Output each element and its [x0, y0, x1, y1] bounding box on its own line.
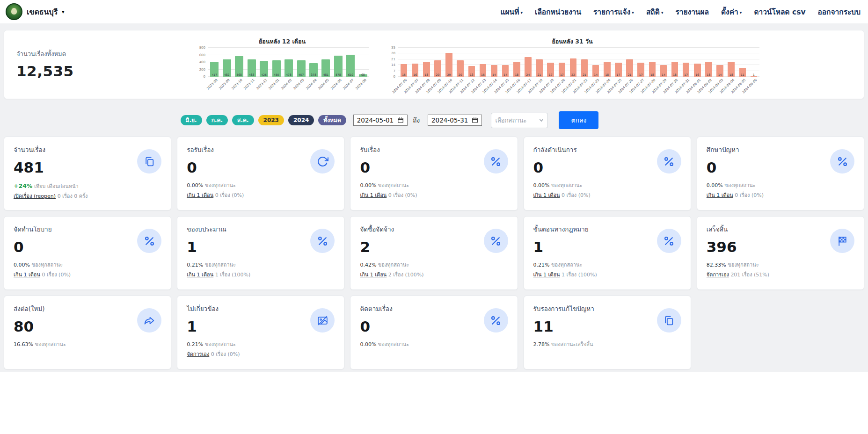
- date-from-input[interactable]: 2024-05-01: [353, 115, 408, 126]
- status-select[interactable]: เลือกสถานะ: [491, 113, 548, 128]
- bar-value-label: 426: [261, 73, 266, 76]
- stat-card: ขั้นตอนทางกฎหมาย 1 0.21% ของทุกสถานะเกิน…: [524, 216, 691, 290]
- stat-card-link[interactable]: เกิน 1 เดือน: [360, 272, 387, 278]
- chart-12-months: ย้อนหลัง 12 เดือน 0200400600800 417 482 …: [195, 36, 369, 94]
- stat-card-link[interactable]: เกิน 1 เดือน: [533, 272, 560, 278]
- nav-map[interactable]: แผนที่ ▾: [501, 6, 523, 18]
- bar: 1: [748, 48, 759, 77]
- nav-report-list[interactable]: รายการแจ้ง ▾: [593, 6, 634, 18]
- bar: 17: [556, 48, 568, 77]
- stat-card-link[interactable]: เกิน 1 เดือน: [14, 272, 40, 278]
- filter-year-2024[interactable]: 2024: [288, 115, 314, 125]
- stat-card: ของบประมาณ 1 0.21% ของทุกสถานะเกิน 1 เดื…: [177, 216, 344, 290]
- stat-card-value: 11: [533, 318, 594, 334]
- percent-icon: [657, 229, 681, 253]
- bar: 18: [703, 48, 714, 77]
- bar-value-label: 16: [695, 73, 699, 76]
- nav-logout[interactable]: ออกจากระบบ: [817, 6, 861, 18]
- percent-value: 0.21%: [187, 262, 203, 268]
- filter-month-jun[interactable]: มิ.ย.: [181, 115, 202, 125]
- bar-value-label: 378: [311, 73, 316, 76]
- stat-card-link[interactable]: จัดการเอง: [707, 272, 729, 278]
- nav-select-agency[interactable]: เลือกหน่วยงาน: [535, 6, 581, 18]
- percent-icon: [484, 229, 508, 253]
- filter-all[interactable]: ทั้งหมด: [318, 115, 346, 125]
- bar-value-label: 68: [361, 73, 365, 76]
- stat-card-link[interactable]: เกิน 1 เดือน: [533, 192, 560, 198]
- stat-card-link[interactable]: เกิน 1 เดือน: [187, 192, 213, 198]
- nav-settings[interactable]: ตั้งค่า ▾: [721, 6, 742, 18]
- bar: 14: [489, 48, 500, 77]
- y-axis: 0714212835: [385, 48, 398, 77]
- stat-card-value: 1: [187, 239, 226, 255]
- bar: 18: [511, 48, 522, 77]
- chevron-down-icon: ▾: [660, 10, 664, 15]
- bar: 29: [444, 48, 455, 77]
- x-axis-label: 2024-01: [270, 77, 282, 94]
- stat-card: จำนวนเรื่อง 481 +24% เทียบ เดือนก่อนหน้า…: [4, 137, 171, 210]
- stat-card-link[interactable]: เกิน 1 เดือน: [360, 192, 387, 198]
- stat-card-title: รับเรื่อง: [360, 145, 379, 155]
- status-select-placeholder: เลือกสถานะ: [495, 116, 534, 125]
- bar-value-label: 20: [436, 73, 440, 76]
- bar-value-label: 18: [707, 73, 711, 76]
- bar: 21: [624, 48, 635, 77]
- stat-link-line: เกิน 1 เดือน 0 เรื่อง (0%): [707, 192, 854, 199]
- percent-value: 0.00%: [360, 341, 376, 347]
- stat-link-line: เกิน 1 เดือน 0 เรื่อง (0%): [360, 192, 508, 199]
- stat-percent-line: 0.21% ของทุกสถานะ: [187, 341, 335, 348]
- bar-value-label: 17: [639, 73, 643, 76]
- stat-card: ศึกษาปัญหา 0 0.00% ของทุกสถานะเกิน 1 เดื…: [697, 137, 864, 210]
- chevron-down-icon: ▾: [62, 9, 64, 14]
- stat-card-link[interactable]: เปิดเรื่อง (reopen): [14, 193, 56, 199]
- filter-year-2023[interactable]: 2023: [258, 115, 284, 125]
- total-cases-block: จำนวนเรื่องทั้งหมด 12,535: [12, 36, 195, 80]
- x-axis: 2023-082023-092023-102023-112023-122024-…: [208, 77, 369, 94]
- stat-card-value: 396: [707, 239, 737, 255]
- filter-month-aug[interactable]: ส.ค.: [232, 115, 254, 125]
- bar-value-label: 483: [249, 73, 254, 76]
- x-axis-label: 2024-07: [344, 77, 357, 94]
- bar: 68: [357, 48, 369, 77]
- pages-icon: [137, 149, 161, 174]
- bar-value-label: 14: [503, 73, 507, 76]
- bar: 20: [432, 48, 443, 77]
- percent-icon: [137, 229, 161, 253]
- bar-value-label: 568: [236, 73, 241, 76]
- flag-icon: [830, 229, 854, 253]
- stat-card: กำลังดำเนินการ 0 0.00% ของทุกสถานะเกิน 1…: [524, 137, 691, 210]
- bar-value-label: 17: [684, 73, 688, 76]
- stat-card-value: 0: [707, 159, 739, 175]
- date-to-input[interactable]: 2024-05-31: [428, 115, 482, 126]
- stat-link-line: เกิน 1 เดือน 0 เรื่อง (0%): [533, 192, 681, 199]
- bar: 481: [320, 48, 332, 77]
- bar-value-label: 21: [583, 73, 586, 76]
- chevron-down-icon: ▾: [630, 10, 634, 15]
- percent-value: 16.63%: [14, 341, 33, 347]
- submit-button[interactable]: ตกลง: [559, 111, 598, 129]
- bar: 17: [613, 48, 624, 77]
- x-axis-label: 2024-06: [332, 77, 344, 94]
- bar: 15: [477, 48, 489, 77]
- nav-statistics[interactable]: สถิติ ▾: [646, 6, 664, 18]
- stat-card-value: 1: [533, 239, 589, 255]
- share-icon: [137, 308, 161, 333]
- percent-icon: [830, 149, 854, 174]
- stat-card: รอรับเรื่อง 0 0.00% ของทุกสถานะเกิน 1 เด…: [177, 137, 344, 210]
- stat-card-value: 80: [14, 318, 45, 334]
- stat-card-value: 0: [14, 239, 52, 255]
- district-selector[interactable]: เขตธนบุรี ▾: [6, 3, 64, 20]
- percent-value: 0.00%: [14, 262, 30, 268]
- nav-results[interactable]: รายงานผล: [675, 6, 709, 18]
- bar-value-label: 478: [286, 73, 291, 76]
- filter-month-jul[interactable]: ก.ค.: [206, 115, 228, 125]
- bar: 24: [522, 48, 533, 77]
- stat-card-link[interactable]: จัดการเอง: [187, 351, 209, 357]
- stat-card-link[interactable]: เกิน 1 เดือน: [187, 272, 213, 278]
- bar-value-label: 578: [336, 73, 341, 76]
- bar: 15: [398, 48, 409, 77]
- bar: 457: [295, 48, 307, 77]
- bar-value-label: 417: [212, 73, 217, 76]
- nav-download-csv[interactable]: ดาวน์โหลด csv: [754, 6, 805, 18]
- stat-card-link[interactable]: เกิน 1 เดือน: [707, 192, 733, 198]
